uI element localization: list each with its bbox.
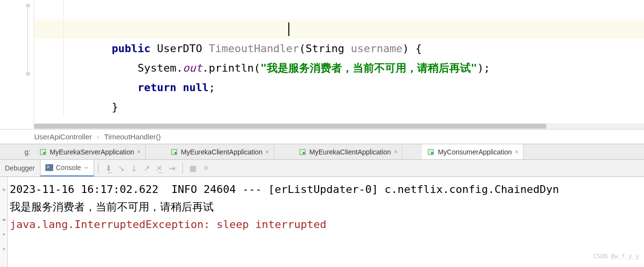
close-icon[interactable]: × [515,149,518,155]
run-tab-consumer[interactable]: MyConsumerApplication × [422,144,523,159]
separator [98,163,99,173]
run-config-icon [39,148,47,156]
expand-icon[interactable]: » [1,226,7,235]
restart-icon[interactable]: ↻ [1,181,7,191]
force-step-into-button[interactable]: ⤓ [128,162,141,174]
close-icon[interactable]: × [265,149,269,155]
run-to-cursor-button[interactable]: ⇥ [166,162,179,174]
run-tab-label: MyEurekaServerApplication [50,148,134,156]
fold-marker-open-icon[interactable]: ⊖ [24,2,31,9]
breadcrumb-method[interactable]: TimeoutHandler() [104,133,161,141]
tab-console[interactable]: Console → [40,160,94,176]
text-caret [288,22,289,36]
toggle-icon[interactable]: ⇄ [1,211,7,221]
run-tab-eureka-server[interactable]: MyEurekaServerApplication × [34,144,146,159]
run-config-icon [427,148,435,156]
run-bar-prefix: g: [0,148,34,156]
drop-frame-button[interactable]: ✕̲ [153,162,166,174]
code-line[interactable]: } [34,58,644,78]
code-line[interactable]: return null; [34,39,644,58]
code-editor[interactable]: ⊖ ⊖ public UserDTO TimeoutHandler(String… [0,0,644,129]
code-line[interactable]: public UserDTO TimeoutHandler(String use… [34,0,644,19]
console-log-line[interactable]: 2023-11-16 16:17:02.622 INFO 24604 --- [… [10,181,644,198]
console-stdout-line[interactable]: 我是服务消费者，当前不可用，请稍后再试 [10,198,644,216]
fold-marker-close-icon[interactable]: ⊖ [24,70,31,77]
console-error-line[interactable]: java.lang.InterruptedException: sleep in… [10,216,644,233]
step-out-button[interactable]: ↗ [141,162,153,174]
trace-button[interactable]: ≡ [200,162,212,174]
code-line[interactable]: @RequestMapping("/getAllUsers") [34,97,644,117]
run-tab-label: MyEurekaClientApplication [181,148,262,156]
tab-label: Debugger [5,164,35,172]
collapse-icon[interactable]: » [1,240,7,250]
close-icon[interactable]: × [394,149,397,155]
breadcrumb[interactable]: UserApiController › TimeoutHandler() [0,129,644,144]
scrollbar-thumb[interactable] [34,124,546,129]
step-over-button[interactable]: ⬇̲ [102,162,115,174]
console-output[interactable]: ↻ ⇄ » » 2023-11-16 16:17:02.622 INFO 246… [0,177,644,267]
tab-debugger[interactable]: Debugger [0,160,40,176]
step-into-button[interactable]: ↘ [115,162,128,174]
console-gutter: ↻ ⇄ » » [0,177,8,267]
evaluate-button[interactable]: ▦ [187,162,200,174]
debug-toolbar: Debugger Console → ⬇̲ ↘ ⤓ ↗ ✕̲ ⇥ ▦ ≡ [0,160,644,177]
separator [182,163,183,173]
code-content[interactable]: public UserDTO TimeoutHandler(String use… [34,0,644,117]
run-tab-label: MyConsumerApplication [438,148,512,156]
console-icon [45,164,53,171]
close-icon[interactable]: × [137,149,141,155]
breadcrumb-class[interactable]: UserApiController [34,133,92,141]
run-config-icon [170,148,178,156]
run-tab-eureka-client-2[interactable]: MyEurekaClientApplication × [294,144,402,159]
arrow-right-icon: → [83,164,89,171]
tab-label: Console [56,164,81,172]
code-line[interactable] [34,78,644,97]
editor-gutter: ⊖ ⊖ [0,0,34,129]
run-config-icon [299,148,306,156]
run-tab-label: MyEurekaClientApplication [309,148,391,156]
watermark: CSDN @w_t_y_y [593,248,639,265]
fold-line [27,9,28,71]
run-tab-eureka-client-1[interactable]: MyEurekaClientApplication × [165,144,274,159]
editor-horizontal-scrollbar[interactable] [34,123,644,129]
run-configurations-bar: g: MyEurekaServerApplication × MyEurekaC… [0,144,644,160]
code-line-current[interactable]: System.out.println("我是服务消费者，当前不可用，请稍后再试"… [34,19,644,39]
chevron-right-icon: › [97,133,100,141]
